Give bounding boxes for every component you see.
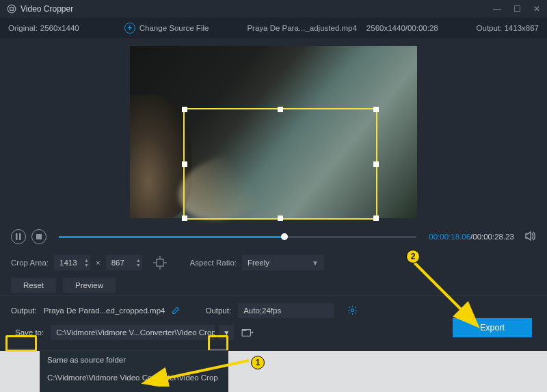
titlebar: Video Cropper — ☐ ✕ xyxy=(0,0,547,18)
crop-width-value[interactable] xyxy=(59,259,84,267)
video-stage xyxy=(0,38,547,226)
window-controls: — ☐ ✕ xyxy=(493,4,540,14)
crop-handle-bm[interactable] xyxy=(278,215,283,221)
svg-rect-2 xyxy=(16,233,18,240)
crop-handle-br[interactable] xyxy=(373,215,379,221)
volume-icon[interactable] xyxy=(525,231,536,243)
info-bar: Original: 2560x1440 + Change Source File… xyxy=(0,18,547,38)
crop-width-input[interactable]: ▲▼ xyxy=(54,255,90,270)
edit-filename-icon[interactable] xyxy=(172,306,181,316)
crop-handle-bl[interactable] xyxy=(182,215,187,221)
save-path-dropdown[interactable]: ▼ xyxy=(219,325,234,340)
save-path-field[interactable]: C:\Vidmore\Vidmore V...Converter\Video C… xyxy=(51,325,215,340)
stop-button[interactable] xyxy=(31,229,46,244)
output-format-select[interactable]: Auto;24fps xyxy=(238,303,334,318)
aspect-ratio-label: Aspect Ratio: xyxy=(190,259,237,267)
output-label: Output: xyxy=(477,24,503,32)
crop-handle-tr[interactable] xyxy=(373,107,379,112)
width-spinner[interactable]: ▲▼ xyxy=(84,258,89,267)
chevron-down-icon: ▼ xyxy=(312,259,319,267)
svg-point-10 xyxy=(351,309,354,311)
svg-rect-4 xyxy=(36,234,42,239)
crop-height-input[interactable]: ▲▼ xyxy=(106,255,142,270)
open-folder-button[interactable] xyxy=(239,325,256,340)
crop-area-label: Crop Area: xyxy=(11,259,49,267)
reset-button[interactable]: Reset xyxy=(11,278,56,293)
app-title: Video Cropper xyxy=(7,4,73,14)
menu-item-path[interactable]: C:\Vidmore\Vidmore Video Converter\Video… xyxy=(40,369,228,387)
aspect-ratio-value: Freely xyxy=(248,259,269,267)
original-dimensions: 2560x1440 xyxy=(40,24,79,32)
output-row: Output: Praya De Parad...ed_cropped.mp4 … xyxy=(11,303,536,318)
save-to-label: Save to: xyxy=(11,326,48,339)
aspect-ratio-select[interactable]: Freely ▼ xyxy=(242,255,324,270)
output-dimensions: 1413x867 xyxy=(504,24,539,32)
seek-slider[interactable] xyxy=(59,236,416,238)
svg-rect-1 xyxy=(10,8,14,11)
aspect-ratio-group: Aspect Ratio: Freely ▼ xyxy=(190,255,324,270)
app-logo-icon xyxy=(7,4,16,14)
change-source-button[interactable]: + Change Source File xyxy=(124,23,209,34)
seek-fill xyxy=(59,236,284,238)
svg-rect-5 xyxy=(157,259,163,266)
app-window: Video Cropper — ☐ ✕ Original: 2560x1440 … xyxy=(0,0,547,351)
crop-handle-ml[interactable] xyxy=(182,161,187,167)
save-path-value: C:\Vidmore\Vidmore V...Converter\Video C… xyxy=(56,328,215,337)
minimize-button[interactable]: — xyxy=(493,4,501,14)
export-button[interactable]: Export xyxy=(453,318,532,337)
svg-rect-3 xyxy=(19,233,21,240)
center-crop-button[interactable] xyxy=(152,254,168,271)
height-spinner[interactable]: ▲▼ xyxy=(136,258,141,267)
app-title-text: Video Cropper xyxy=(21,4,73,14)
output-format-label: Output: xyxy=(205,306,231,315)
current-time: 00:00:18.06 xyxy=(429,233,470,241)
change-source-label: Change Source File xyxy=(139,24,209,32)
plus-circle-icon: + xyxy=(124,23,135,34)
menu-item-browse[interactable]: Browse and Select Folder xyxy=(40,387,228,392)
crop-handle-mr[interactable] xyxy=(373,161,379,167)
output-filename: Praya De Parad...ed_cropped.mp4 xyxy=(44,306,165,315)
svg-point-0 xyxy=(8,5,16,13)
crop-selection[interactable] xyxy=(183,108,377,220)
pause-button[interactable] xyxy=(11,229,26,244)
menu-item-same-as-source[interactable]: Same as source folder xyxy=(40,351,228,369)
preview-button[interactable]: Preview xyxy=(63,278,116,293)
play-bar: 00:00:18.06/00:00:28.23 xyxy=(0,226,547,248)
separator xyxy=(0,296,547,296)
close-button[interactable]: ✕ xyxy=(533,4,540,14)
settings-gear-icon[interactable] xyxy=(347,305,358,317)
output-file-label: Output: xyxy=(11,306,37,315)
total-time: /00:00:28.23 xyxy=(470,233,514,241)
chevron-down-icon: ▼ xyxy=(223,329,230,337)
dimension-times-icon: × xyxy=(96,259,101,267)
crop-handle-tl[interactable] xyxy=(182,107,187,112)
time-display: 00:00:18.06/00:00:28.23 xyxy=(429,233,514,241)
original-label: Original: xyxy=(8,24,38,32)
crop-height-value[interactable] xyxy=(111,259,136,267)
video-preview[interactable] xyxy=(130,46,417,218)
save-path-menu: Same as source folder C:\Vidmore\Vidmore… xyxy=(40,350,228,392)
source-filename: Praya De Para..._adjusted.mp4 xyxy=(247,24,356,32)
output-dimensions-group: Output: 1413x867 xyxy=(477,24,539,32)
maximize-button[interactable]: ☐ xyxy=(513,4,521,14)
crop-handle-tm[interactable] xyxy=(278,107,283,112)
source-info: 2560x1440/00:00:28 xyxy=(366,24,438,32)
app-root: { "title": "Video Cropper", "infobar": {… xyxy=(0,0,547,392)
output-format-value: Auto;24fps xyxy=(243,306,281,315)
